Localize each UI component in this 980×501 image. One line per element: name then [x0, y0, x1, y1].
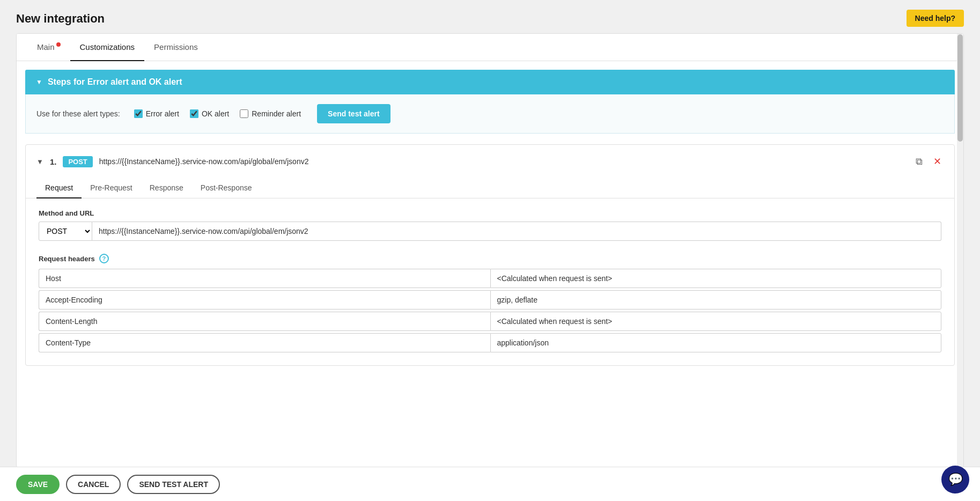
help-icon[interactable]: ?: [99, 254, 109, 263]
error-alert-label: Error alert: [146, 109, 179, 118]
header-value-2[interactable]: gzip, deflate: [490, 290, 942, 310]
url-input[interactable]: [92, 222, 941, 241]
reminder-alert-label: Reminder alert: [252, 109, 301, 118]
save-button[interactable]: SAVE: [16, 475, 60, 494]
step-content: Method and URL POST GET PUT PATCH DELETE…: [26, 198, 954, 365]
chat-bubble[interactable]: 💬: [941, 466, 969, 493]
section-header: ▼ Steps for Error alert and OK alert: [25, 70, 955, 94]
reminder-alert-checkbox[interactable]: [240, 109, 248, 118]
method-url-label: Method and URL: [39, 209, 941, 217]
request-headers-label: Request headers: [39, 255, 95, 263]
header-row-4: Content-Type application/json: [39, 333, 941, 352]
step-tab-response[interactable]: Response: [141, 178, 192, 198]
reminder-alert-checkbox-group[interactable]: Reminder alert: [240, 109, 301, 118]
scrollbar-track[interactable]: [957, 34, 963, 467]
main-card: Main Customizations Permissions ▼ Steps …: [16, 33, 964, 468]
step-url-display: https://{{InstanceName}}.service-now.com…: [99, 157, 907, 166]
send-test-alert-button[interactable]: Send test alert: [317, 104, 390, 123]
step-tab-post-response[interactable]: Post-Response: [192, 178, 261, 198]
ok-alert-label: OK alert: [202, 109, 229, 118]
main-tab-dot: [56, 42, 61, 47]
need-help-button[interactable]: Need help?: [907, 10, 964, 27]
header-key-1[interactable]: Host: [39, 269, 490, 288]
header-key-3[interactable]: Content-Length: [39, 312, 490, 331]
header-value-3[interactable]: <Calculated when request is sent>: [490, 312, 942, 331]
request-headers-section: Request headers ? Host <Calculated when …: [39, 254, 941, 352]
section-title: Steps for Error alert and OK alert: [48, 77, 182, 87]
alert-types-label: Use for these alert types:: [36, 109, 120, 118]
method-url-row: POST GET PUT PATCH DELETE: [39, 222, 941, 241]
header-value-1[interactable]: <Calculated when request is sent>: [490, 269, 942, 288]
step-tab-request[interactable]: Request: [36, 178, 82, 198]
bottom-bar: SAVE CANCEL SEND TEST ALERT: [0, 467, 980, 501]
header-row-3: Content-Length <Calculated when request …: [39, 312, 941, 331]
step-chevron-icon[interactable]: ▼: [36, 158, 43, 166]
delete-step-button[interactable]: ✕: [931, 153, 944, 170]
card-content: ▼ Steps for Error alert and OK alert Use…: [17, 61, 963, 465]
tab-permissions[interactable]: Permissions: [144, 34, 208, 61]
step-actions: ⧉ ✕: [913, 153, 944, 170]
chat-icon: 💬: [948, 473, 963, 487]
step-header: ▼ 1. POST https://{{InstanceName}}.servi…: [26, 145, 954, 178]
step-card: ▼ 1. POST https://{{InstanceName}}.servi…: [25, 144, 955, 366]
page-title: New integration: [0, 0, 980, 33]
step-tabs-bar: Request Pre-Request Response Post-Respon…: [26, 178, 954, 198]
ok-alert-checkbox-group[interactable]: OK alert: [190, 109, 229, 118]
method-select[interactable]: POST GET PUT PATCH DELETE: [39, 222, 92, 241]
error-alert-checkbox[interactable]: [134, 109, 143, 118]
header-key-4[interactable]: Content-Type: [39, 333, 490, 352]
ok-alert-checkbox[interactable]: [190, 109, 198, 118]
step-method-badge: POST: [63, 156, 92, 167]
header-value-4[interactable]: application/json: [490, 333, 942, 352]
scrollbar-thumb: [957, 34, 963, 142]
error-alert-checkbox-group[interactable]: Error alert: [134, 109, 179, 118]
tabs-bar: Main Customizations Permissions: [17, 34, 963, 61]
tab-customizations[interactable]: Customizations: [70, 34, 145, 61]
step-tab-pre-request[interactable]: Pre-Request: [82, 178, 141, 198]
step-number: 1.: [50, 157, 57, 166]
request-headers-label-row: Request headers ?: [39, 254, 941, 263]
send-test-alert-bottom-button[interactable]: SEND TEST ALERT: [127, 475, 220, 494]
section-chevron-icon: ▼: [36, 78, 42, 86]
cancel-button[interactable]: CANCEL: [66, 475, 121, 494]
copy-step-button[interactable]: ⧉: [913, 153, 925, 170]
header-key-2[interactable]: Accept-Encoding: [39, 290, 490, 310]
alert-types-area: Use for these alert types: Error alert O…: [25, 94, 955, 134]
header-row-1: Host <Calculated when request is sent>: [39, 269, 941, 288]
header-row-2: Accept-Encoding gzip, deflate: [39, 290, 941, 310]
tab-main[interactable]: Main: [27, 34, 70, 61]
